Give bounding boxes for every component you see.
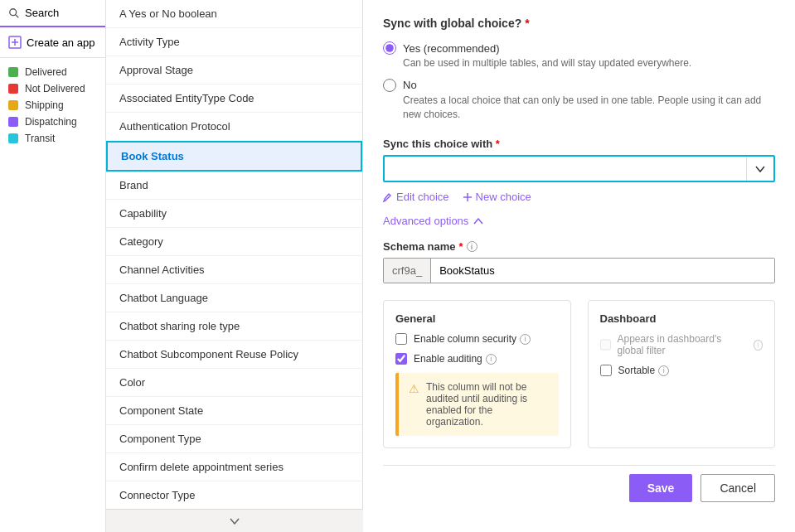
dashboard-filter-checkbox[interactable] (600, 339, 611, 351)
svg-point-0 (10, 8, 17, 15)
column-security-checkbox[interactable] (395, 333, 407, 345)
radio-no-desc: Creates a local choice that can only be … (403, 94, 775, 122)
legend-item: Not Delivered (8, 83, 97, 94)
dashboard-filter-row: Appears in dashboard's global filter i (600, 333, 763, 356)
legend-label: Shipping (25, 99, 64, 111)
auditing-info-icon: i (486, 354, 497, 365)
legend-label: Transit (25, 133, 55, 144)
right-panel: Sync with global choice? * Yes (recommen… (363, 0, 795, 532)
dropdown-item[interactable]: A Yes or No boolean (106, 0, 362, 28)
column-security-row: Enable column security i (395, 333, 559, 345)
dropdown-item[interactable]: Approval Stage (106, 56, 362, 85)
sortable-info-icon: i (658, 365, 669, 376)
dropdown-item[interactable]: Connector Type (106, 481, 362, 510)
column-security-info-icon: i (520, 334, 531, 345)
schema-input-row: crf9a_ (383, 258, 775, 283)
schema-section: Schema name * i crf9a_ (383, 240, 775, 283)
advanced-options-toggle[interactable]: Advanced options (383, 215, 775, 227)
plus-square-icon (8, 36, 22, 49)
auditing-label[interactable]: Enable auditing i (414, 353, 497, 365)
dropdown-item[interactable]: Brand (106, 172, 362, 200)
dropdown-item[interactable]: Category (106, 228, 362, 256)
edit-choice-button[interactable]: Edit choice (383, 191, 449, 203)
create-app-button[interactable]: Create an app (0, 27, 105, 58)
dropdown-item[interactable]: Chatbot Subcomponent Reuse Policy (106, 341, 362, 369)
legend: DeliveredNot DeliveredShippingDispatchin… (0, 58, 105, 152)
warning-icon: ⚠ (409, 382, 419, 395)
radio-no-option: No Creates a local choice that can only … (383, 79, 775, 122)
sync-choice-input-container (383, 155, 775, 182)
auditing-row: Enable auditing i (395, 353, 559, 365)
sync-title: Sync with global choice? * (383, 17, 775, 30)
schema-prefix: crf9a_ (384, 259, 431, 283)
radio-no[interactable] (383, 79, 396, 92)
panel-footer: Save Cancel (383, 465, 775, 502)
sync-radio-group: Yes (recommended) Can be used in multipl… (383, 41, 775, 121)
legend-item: Dispatching (8, 116, 97, 128)
new-choice-button[interactable]: New choice (463, 191, 531, 203)
dropdown-item[interactable]: Channel Activities (106, 256, 362, 284)
dashboard-filter-label: Appears in dashboard's global filter i (618, 333, 763, 356)
cancel-button[interactable]: Cancel (700, 474, 775, 502)
radio-yes[interactable] (383, 41, 396, 55)
dropdown-item[interactable]: Component Type (106, 425, 362, 453)
dropdown-item[interactable]: Component State (106, 397, 362, 425)
schema-input[interactable] (431, 259, 774, 283)
dropdown-item[interactable]: Book Status (106, 141, 362, 172)
save-button[interactable]: Save (629, 474, 693, 502)
radio-yes-desc: Can be used in multiple tables, and will… (403, 56, 775, 70)
column-security-label[interactable]: Enable column security i (414, 333, 531, 345)
sortable-row: Sortable i (600, 365, 763, 376)
sync-choice-input[interactable] (385, 157, 746, 181)
legend-label: Not Delivered (25, 83, 85, 94)
legend-dot (8, 84, 18, 94)
sidebar: Search Create an app DeliveredNot Delive… (0, 0, 106, 532)
legend-item: Shipping (8, 99, 97, 111)
dropdown-item[interactable]: Color (106, 369, 362, 397)
dropdown-item[interactable]: Chatbot Language (106, 284, 362, 312)
dropdown-scroll-down[interactable] (106, 509, 363, 532)
dropdown-item[interactable]: Associated EntityType Code (106, 85, 362, 113)
dropdown-item[interactable]: Capability (106, 200, 362, 228)
dashboard-filter-info-icon: i (754, 340, 763, 351)
sortable-label[interactable]: Sortable i (618, 365, 670, 376)
legend-item: Delivered (8, 66, 97, 78)
sync-choice-dropdown-button[interactable] (746, 157, 773, 181)
legend-label: Delivered (25, 66, 67, 78)
legend-dot (8, 100, 18, 110)
legend-label: Dispatching (25, 116, 77, 128)
general-title: General (395, 312, 559, 325)
dashboard-box: Dashboard Appears in dashboard's global … (588, 300, 776, 448)
dropdown-item[interactable]: Confirm delete appointment series (106, 453, 362, 481)
schema-label: Schema name * i (383, 240, 775, 253)
choice-actions: Edit choice New choice (383, 191, 775, 203)
create-app-label: Create an app (27, 36, 95, 49)
legend-dot (8, 117, 18, 127)
search-icon (8, 7, 20, 19)
legend-dot (8, 133, 18, 143)
svg-line-1 (16, 14, 19, 17)
search-label: Search (25, 7, 59, 19)
radio-no-label[interactable]: No (403, 79, 417, 91)
dropdown-item[interactable]: Activity Type (106, 28, 362, 56)
sync-choice-label: Sync this choice with * (383, 138, 775, 150)
sortable-checkbox[interactable] (600, 365, 612, 376)
radio-yes-label[interactable]: Yes (recommended) (403, 42, 500, 55)
general-box: General Enable column security i Enable … (383, 300, 571, 448)
radio-yes-option: Yes (recommended) Can be used in multipl… (383, 41, 775, 70)
search-button[interactable]: Search (0, 0, 105, 27)
auditing-warning: ⚠ This column will not be audited until … (395, 373, 559, 436)
auditing-checkbox[interactable] (395, 353, 407, 365)
options-grid: General Enable column security i Enable … (383, 300, 775, 448)
schema-info-icon: i (467, 241, 477, 252)
dropdown-item[interactable]: Authentication Protocol (106, 113, 362, 141)
legend-item: Transit (8, 133, 97, 144)
dashboard-title: Dashboard (600, 312, 763, 325)
dropdown-item[interactable]: Chatbot sharing role type (106, 312, 362, 341)
legend-dot (8, 67, 18, 77)
dropdown-list[interactable]: A Yes or No booleanActivity TypeApproval… (106, 0, 363, 532)
